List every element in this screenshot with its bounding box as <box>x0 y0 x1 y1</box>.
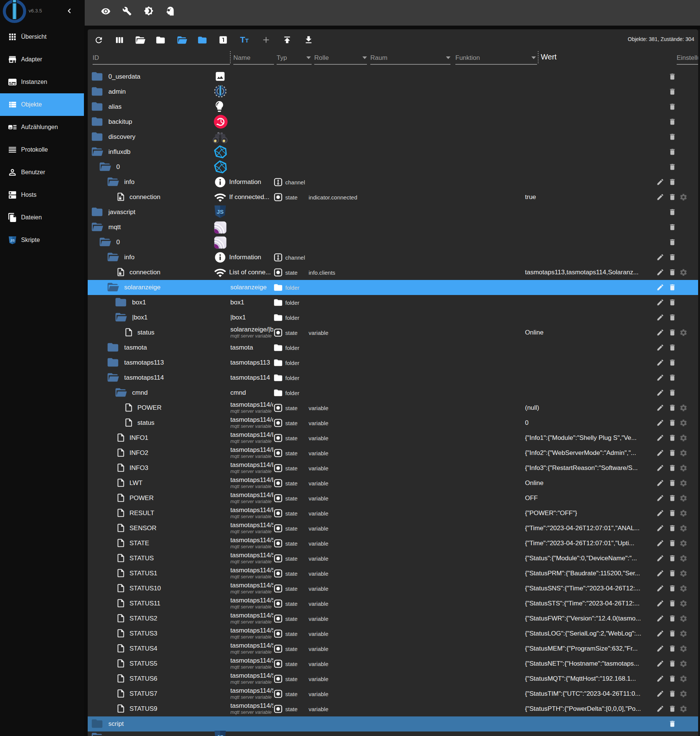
svg-text:JS: JS <box>217 208 224 215</box>
svg-text:JS: JS <box>217 734 224 736</box>
svg-text:JS: JS <box>10 238 15 242</box>
